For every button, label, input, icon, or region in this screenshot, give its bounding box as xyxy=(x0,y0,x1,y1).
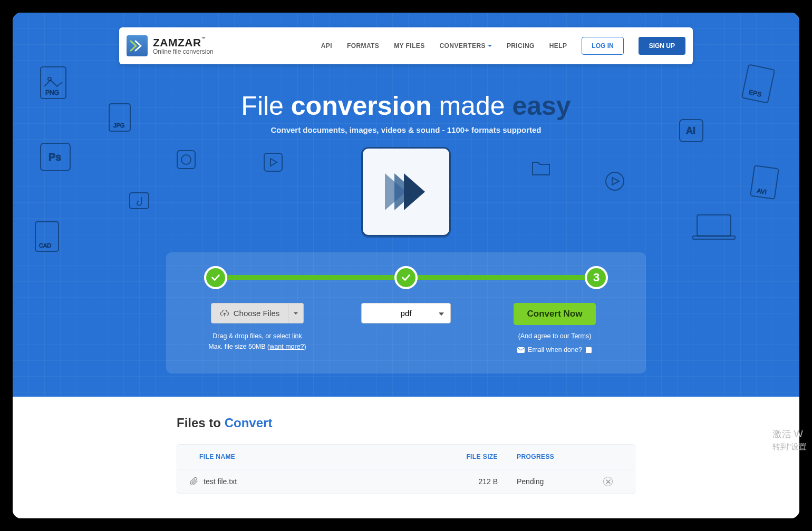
login-button[interactable]: LOG IN xyxy=(582,37,623,55)
svg-text:JPG: JPG xyxy=(113,122,124,129)
want-more-link[interactable]: want more? xyxy=(269,343,304,350)
logo-mark-icon xyxy=(127,35,148,56)
svg-text:Ai: Ai xyxy=(686,125,695,136)
doodle-refresh-icon xyxy=(176,150,196,170)
doodle-file-icon: PNG xyxy=(39,65,67,100)
step-1-hints: Drag & drop files, or select link Max. f… xyxy=(208,331,306,352)
step-3-badge: 3 xyxy=(585,266,608,289)
file-progress-cell: Pending xyxy=(498,477,603,486)
svg-text:PNG: PNG xyxy=(45,89,59,96)
step-3-hints: (And agree to our Terms) xyxy=(518,332,592,340)
doodle-laptop-icon xyxy=(692,213,736,242)
caret-down-icon xyxy=(488,45,492,47)
doodle-play-icon xyxy=(263,152,283,172)
brand-name: ZAMZAR™ xyxy=(153,37,214,48)
nav-api[interactable]: API xyxy=(321,42,332,50)
doodle-file-icon: AVI xyxy=(749,164,780,201)
svg-rect-19 xyxy=(264,153,282,171)
choose-files-dropdown[interactable] xyxy=(288,303,304,323)
hero-center-icon xyxy=(361,147,451,237)
check-icon xyxy=(400,272,412,283)
nav-help[interactable]: HELP xyxy=(549,42,567,50)
nav-my-files[interactable]: MY FILES xyxy=(394,42,424,50)
step-progress-bar: 3 xyxy=(204,266,608,289)
doodle-play-circle-icon xyxy=(604,171,625,192)
svg-point-18 xyxy=(181,155,191,164)
files-to-convert-section: Files to Convert FILE NAME FILE SIZE PRO… xyxy=(13,397,799,518)
step-2-badge xyxy=(394,266,418,289)
attachment-icon xyxy=(190,477,198,486)
col-header-progress: PROGRESS xyxy=(498,453,603,460)
hero-section: PNG JPG Ps CAD EPS Ai AVI xyxy=(13,13,799,397)
choose-files-button[interactable]: Choose Files xyxy=(211,303,289,323)
nav-converters-label: CONVERTERS xyxy=(440,42,486,50)
nav-converters[interactable]: CONVERTERS xyxy=(440,42,492,50)
svg-rect-15 xyxy=(697,215,731,236)
email-when-done-label: Email when done? xyxy=(528,346,582,353)
email-when-done-checkbox[interactable] xyxy=(585,347,592,353)
svg-text:CAD: CAD xyxy=(39,242,51,249)
doodle-note-icon xyxy=(129,192,150,210)
svg-point-20 xyxy=(606,172,624,190)
file-size-cell: 212 B xyxy=(440,477,498,486)
cloud-upload-icon xyxy=(220,310,229,317)
signup-button[interactable]: SIGN UP xyxy=(639,37,685,55)
svg-rect-16 xyxy=(693,236,735,239)
svg-text:Ps: Ps xyxy=(49,151,61,163)
doodle-file-icon: CAD xyxy=(34,220,60,253)
choose-files-label: Choose Files xyxy=(234,309,280,318)
svg-rect-17 xyxy=(177,151,195,169)
doodle-ai-icon: Ai xyxy=(678,118,704,143)
svg-text:EPS: EPS xyxy=(748,88,762,99)
remove-file-button[interactable] xyxy=(603,477,613,486)
table-row: test file.txt 212 B Pending xyxy=(177,469,635,494)
files-section-title: Files to Convert xyxy=(177,416,635,430)
brand-tagline: Online file conversion xyxy=(153,48,214,55)
check-icon xyxy=(210,272,221,283)
close-icon xyxy=(606,479,611,484)
nav-pricing[interactable]: PRICING xyxy=(507,42,535,50)
convert-now-button[interactable]: Convert Now xyxy=(514,303,596,325)
col-header-filesize: FILE SIZE xyxy=(440,453,498,460)
doodle-ps-icon: Ps xyxy=(39,142,72,172)
envelope-icon xyxy=(517,347,525,353)
format-selected-value: pdf xyxy=(401,309,412,318)
select-link[interactable]: select link xyxy=(273,332,302,340)
col-header-filename: FILE NAME xyxy=(190,453,440,460)
nav-formats[interactable]: FORMATS xyxy=(347,42,379,50)
step-1-badge xyxy=(204,266,227,289)
svg-text:AVI: AVI xyxy=(757,187,767,195)
terms-link[interactable]: Terms xyxy=(571,332,589,340)
format-select[interactable]: pdf xyxy=(361,303,451,323)
files-table: FILE NAME FILE SIZE PROGRESS test file.t… xyxy=(177,444,635,494)
caret-down-icon xyxy=(294,312,298,314)
logo[interactable]: ZAMZAR™ Online file conversion xyxy=(127,35,214,56)
doodle-file-icon: JPG xyxy=(108,102,132,133)
doodle-folder-icon xyxy=(530,160,552,177)
file-name-cell: test file.txt xyxy=(198,477,440,486)
navbar: ZAMZAR™ Online file conversion API FORMA… xyxy=(119,27,693,64)
steps-card: 3 Choose Files xyxy=(166,252,646,373)
